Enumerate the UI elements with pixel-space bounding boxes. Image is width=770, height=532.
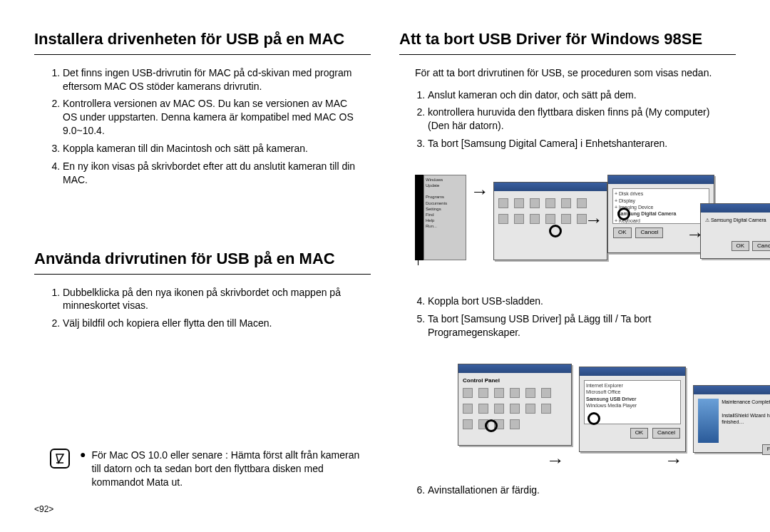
intro-text: För att ta bort drivrutinen för USB, se …: [415, 66, 736, 80]
heading-use-mac: Använda drivrutinen för USB på en MAC: [34, 248, 371, 275]
list-item: Dubbelklicka på den nya ikonen på skrivb…: [63, 286, 371, 313]
finish-button: Finish: [762, 444, 770, 455]
list-use-mac: Dubbelklicka på den nya ikonen på skrivb…: [63, 286, 371, 335]
note-text: För Mac OS 10.0 eller senare : Hämta för…: [91, 449, 371, 489]
window-add-remove-programs: Internet ExplorerMicrosoft OfficeSamsung…: [579, 367, 686, 452]
heading-remove-win98: Att ta bort USB Driver för Windows 98SE: [399, 29, 736, 55]
bullet-icon: ●: [80, 449, 86, 489]
list-item: Koppla kameran till din Macintosh och sä…: [63, 142, 371, 155]
list-remove-part2: Koppla bort USB-sladden. Ta bort [Samsun…: [428, 295, 736, 344]
ok-button: OK: [630, 428, 649, 439]
right-column: Att ta bort USB Driver för Windows 98SE …: [399, 29, 736, 515]
heading-install-mac: Installera drivenheten för USB på en MAC: [34, 29, 371, 55]
list-item: Anslut kameran och din dator, och sätt p…: [428, 88, 736, 102]
list-remove-part3: Avinstallationen är färdig.: [428, 484, 736, 501]
list-item: Ta bort [Samsung USB Driver] på Lägg til…: [428, 312, 736, 339]
list-item: En ny ikon visas på skrivbordet efter at…: [63, 160, 371, 187]
list-item: Avinstallationen är färdig.: [428, 484, 736, 497]
list-item: Ta bort [Samsung Digital Camera] i Enhet…: [428, 137, 736, 150]
highlight-circle-icon: [587, 412, 600, 425]
window-control-panel: Control Panel: [458, 364, 572, 446]
note-block: ● För Mac OS 10.0 eller senare : Hämta f…: [50, 449, 371, 489]
note-icon: [50, 449, 70, 469]
illustration-add-remove: Control Panel → Internet ExplorerMicroso…: [415, 364, 736, 471]
list-item: Kontrollera versionen av MAC OS. Du kan …: [63, 97, 371, 138]
window-confirm-remove: ⚠ Samsung Digital Camera OK Cancel: [700, 203, 770, 259]
list-item: Välj bildfil och kopiera eller flytta de…: [63, 317, 371, 330]
list-item: Koppla bort USB-sladden.: [428, 295, 736, 308]
page-number: <92>: [34, 503, 53, 515]
cancel-button: Cancel: [752, 241, 770, 252]
arrow-right-icon: →: [585, 208, 603, 232]
list-remove-part1: Anslut kameran och din dator, och sätt p…: [428, 88, 736, 155]
illustration-device-manager: WindowsUpdateProgramsDocumentsSettingsFi…: [415, 175, 736, 282]
arrow-right-icon: →: [664, 448, 683, 473]
list-install-mac: Det finns ingen USB-drivrutin för MAC på…: [63, 66, 371, 191]
list-item: kontrollera huruvida den flyttbara diske…: [428, 106, 736, 133]
left-column: Installera drivenheten för USB på en MAC…: [34, 29, 371, 515]
arrow-right-icon: →: [471, 179, 489, 204]
arrow-up-icon: ↑: [414, 246, 423, 271]
cancel-button: Cancel: [652, 428, 680, 439]
window-uninstall-wizard: Maintenance CompleteInstallShield Wizard…: [693, 385, 770, 453]
list-item: Det finns ingen USB-drivrutin för MAC på…: [63, 66, 371, 93]
ok-button: OK: [732, 241, 750, 252]
arrow-right-icon: →: [546, 448, 565, 473]
highlight-circle-icon: [485, 419, 498, 432]
cancel-button: Cancel: [635, 227, 663, 238]
ok-button: OK: [613, 227, 632, 238]
